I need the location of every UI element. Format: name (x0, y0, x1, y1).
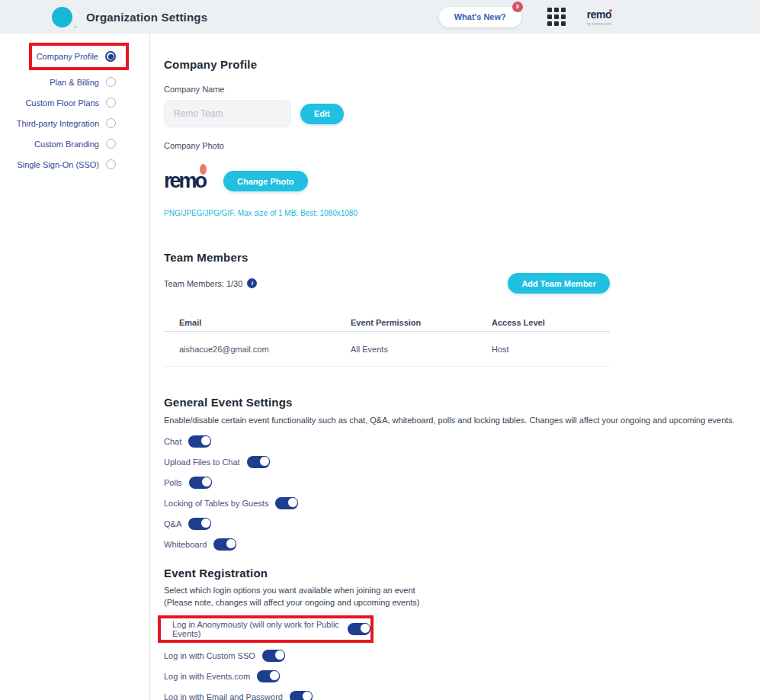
remo-wordmark: remo (587, 8, 611, 21)
toggle-switch[interactable] (188, 435, 211, 448)
apps-grid-icon[interactable] (547, 8, 566, 26)
radio-button-icon[interactable] (106, 159, 116, 169)
section-title-event-registration: Event Registration (164, 567, 760, 580)
team-table-body: aishacue26@gmail.comAll EventsHost (164, 332, 610, 367)
general-settings-description: Enable/disable certain event functionali… (164, 416, 760, 425)
toggle-row: Q&A (164, 513, 760, 534)
toggle-switch[interactable] (213, 538, 236, 551)
team-members-table: EmailEvent PermissionAccess Level aishac… (164, 313, 610, 367)
whats-new-label: What's New? (454, 12, 506, 21)
general-toggle-list: ChatUpload Files to ChatPollsLocking of … (164, 431, 760, 554)
toggle-row: Log in Anonymously (will only work for P… (158, 615, 374, 643)
company-photo-row: remo Change Photo (164, 157, 760, 204)
remo-logo-subtext: by events.com (587, 22, 611, 26)
toggle-switch[interactable] (348, 623, 370, 635)
registration-description-line1: Select which login options you want avai… (164, 585, 760, 597)
sidebar-item-label: Plan & Billing (50, 78, 99, 87)
section-title-team-members: Team Members (164, 251, 760, 264)
app-logo-circle[interactable]: ™ (52, 7, 72, 27)
table-cell: All Events (351, 345, 492, 354)
toggle-row: Upload Files to Chat (164, 451, 760, 472)
radio-button-icon[interactable] (106, 139, 116, 149)
top-bar: ™ Organization Settings What's New? 3 re… (0, 0, 760, 34)
add-team-member-button[interactable]: Add Team Member (508, 273, 610, 294)
toggle-row: Whiteboard (164, 534, 760, 554)
sidebar-nav: Company ProfilePlan & BillingCustom Floo… (0, 34, 150, 700)
toggle-switch[interactable] (262, 650, 285, 662)
team-members-count-row: Team Members: 1/30 i Add Team Member (164, 273, 610, 294)
toggle-row: Polls (164, 472, 760, 493)
remo-logo[interactable]: remo by events.com (587, 8, 611, 26)
table-row[interactable]: aishacue26@gmail.comAll EventsHost (164, 332, 610, 367)
toggle-switch[interactable] (188, 518, 211, 530)
section-title-company-profile: Company Profile (164, 58, 760, 71)
main-content: Company Profile Company Name Edit Compan… (150, 34, 760, 700)
toggle-switch[interactable] (290, 691, 313, 700)
notification-badge: 3 (512, 2, 523, 12)
company-photo-logo-dot (200, 164, 207, 175)
table-header-cell: Access Level (492, 318, 610, 327)
sidebar-item-plan-billing[interactable]: Plan & Billing (0, 72, 149, 92)
sidebar-item-label: Third-party Integration (17, 119, 99, 128)
trademark-symbol: ™ (73, 25, 77, 30)
toggle-label: Q&A (164, 519, 181, 528)
team-table-head: EmailEvent PermissionAccess Level (164, 313, 610, 332)
info-icon[interactable]: i (247, 278, 257, 288)
toggle-row: Log in with Email and Password (164, 687, 760, 700)
toggle-switch[interactable] (275, 497, 298, 509)
toggle-label: Log in with Events.com (164, 672, 250, 681)
sidebar-item-third-party-integration[interactable]: Third-party Integration (0, 113, 149, 133)
team-members-count-text: Team Members: 1/30 (164, 279, 242, 288)
toggle-label: Log in with Custom SSO (164, 651, 255, 660)
sidebar-item-label: Custom Branding (34, 140, 99, 149)
team-members-count: Team Members: 1/30 i (164, 278, 257, 288)
toggle-switch[interactable] (247, 456, 270, 468)
toggle-label: Log in with Email and Password (164, 692, 283, 700)
radio-button-icon[interactable] (106, 118, 116, 128)
table-header-cell: Email (179, 318, 351, 327)
company-photo-wordmark: remo (164, 169, 205, 192)
company-name-label: Company Name (164, 85, 760, 94)
toggle-switch[interactable] (189, 477, 212, 489)
sidebar-item-label: Single Sign-On (SSO) (17, 160, 99, 169)
radio-button-icon[interactable] (106, 98, 116, 108)
section-title-general-event-settings: General Event Settings (164, 396, 760, 409)
registration-toggle-list: Log in Anonymously (will only work for P… (164, 615, 760, 700)
toggle-row: Log in with Custom SSO (164, 646, 760, 666)
sidebar-item-company-profile[interactable]: Company Profile (29, 43, 129, 70)
sidebar-item-single-sign-on-sso[interactable]: Single Sign-On (SSO) (0, 154, 149, 175)
toggle-row: Log in with Events.com (164, 666, 760, 687)
toggle-label: Chat (164, 437, 181, 446)
company-photo-remo-logo: remo (164, 157, 213, 204)
toggle-label: Locking of Tables by Guests (164, 499, 268, 508)
event-registration-description: Select which login options you want avai… (164, 585, 760, 609)
radio-button-icon[interactable] (106, 77, 116, 87)
table-header-cell: Event Permission (351, 318, 492, 327)
change-photo-button[interactable]: Change Photo (223, 171, 308, 191)
content-layout: Company ProfilePlan & BillingCustom Floo… (0, 34, 760, 700)
edit-button[interactable]: Edit (300, 104, 344, 124)
toggle-label: Polls (164, 478, 182, 487)
toggle-switch[interactable] (257, 670, 280, 682)
toggle-label: Log in Anonymously (will only work for P… (172, 620, 341, 638)
remo-logo-dot (609, 9, 612, 12)
toggle-row: Locking of Tables by Guests (164, 493, 760, 513)
radio-button-icon[interactable] (105, 51, 116, 62)
sidebar-item-label: Company Profile (37, 52, 98, 61)
sidebar-item-custom-branding[interactable]: Custom Branding (0, 133, 149, 154)
company-name-row: Edit (164, 100, 760, 127)
sidebar-item-custom-floor-plans[interactable]: Custom Floor Plans (0, 92, 149, 113)
registration-description-line2: (Please note, changes will affect your o… (164, 597, 760, 609)
toggle-label: Upload Files to Chat (164, 458, 240, 467)
company-name-input[interactable] (164, 100, 291, 127)
company-photo-label: Company Photo (164, 141, 760, 150)
table-cell: Host (492, 345, 610, 354)
whats-new-button[interactable]: What's New? 3 (439, 7, 521, 27)
toggle-label: Whiteboard (164, 540, 207, 549)
table-cell: aishacue26@gmail.com (179, 345, 351, 354)
page-title: Organization Settings (86, 11, 207, 24)
sidebar-item-label: Custom Floor Plans (25, 98, 99, 108)
photo-requirements-note: PNG/JPEG/JPG/GIF. Max size of 1 MB. Best… (164, 209, 760, 217)
toggle-row: Chat (164, 431, 760, 451)
